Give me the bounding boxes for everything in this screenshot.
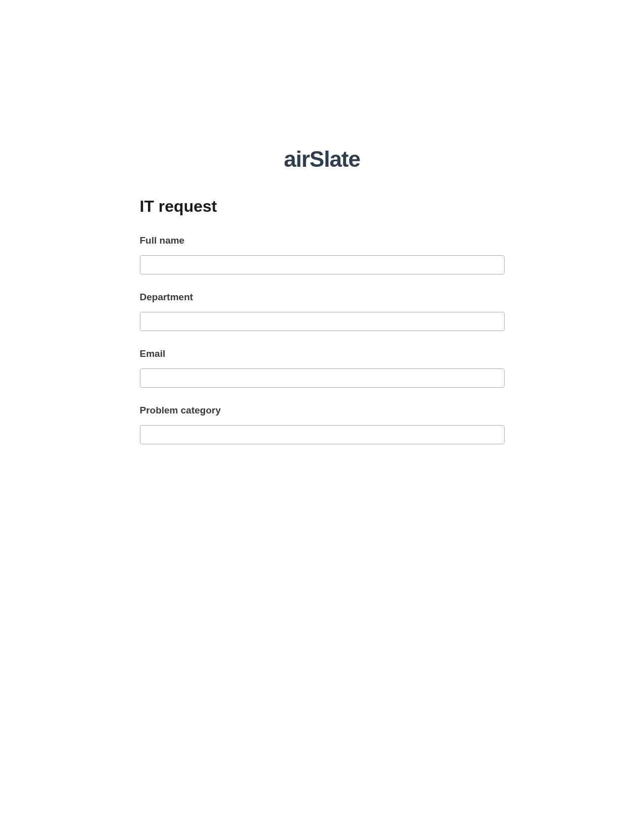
logo-part-air: air xyxy=(284,147,310,171)
field-group-problem-category: Problem category xyxy=(140,405,505,444)
department-input[interactable] xyxy=(140,312,505,331)
airslate-logo: airSlate xyxy=(284,147,360,172)
logo-part-slate: Slate xyxy=(310,147,360,171)
problem-category-label: Problem category xyxy=(140,405,505,416)
field-group-full-name: Full name xyxy=(140,235,505,274)
full-name-label: Full name xyxy=(140,235,505,246)
email-label: Email xyxy=(140,348,505,359)
department-label: Department xyxy=(140,292,505,303)
form-title: IT request xyxy=(140,197,505,216)
page: airSlate IT request Full name Department… xyxy=(0,0,644,444)
problem-category-input[interactable] xyxy=(140,425,505,444)
field-group-email: Email xyxy=(140,348,505,388)
logo-container: airSlate xyxy=(0,147,644,172)
full-name-input[interactable] xyxy=(140,255,505,274)
email-input[interactable] xyxy=(140,368,505,388)
form-area: IT request Full name Department Email Pr… xyxy=(140,197,505,444)
field-group-department: Department xyxy=(140,292,505,331)
